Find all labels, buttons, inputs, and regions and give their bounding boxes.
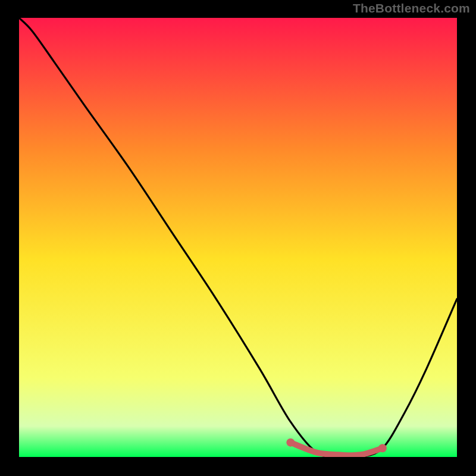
attribution-watermark: TheBottleneck.com — [353, 1, 470, 15]
plot-area — [19, 18, 457, 457]
highlight-endpoint-right — [378, 444, 387, 452]
chart-svg — [19, 18, 457, 457]
gradient-background — [19, 18, 457, 457]
chart-root: TheBottleneck.com — [0, 0, 476, 476]
highlight-endpoint-left — [286, 439, 295, 447]
